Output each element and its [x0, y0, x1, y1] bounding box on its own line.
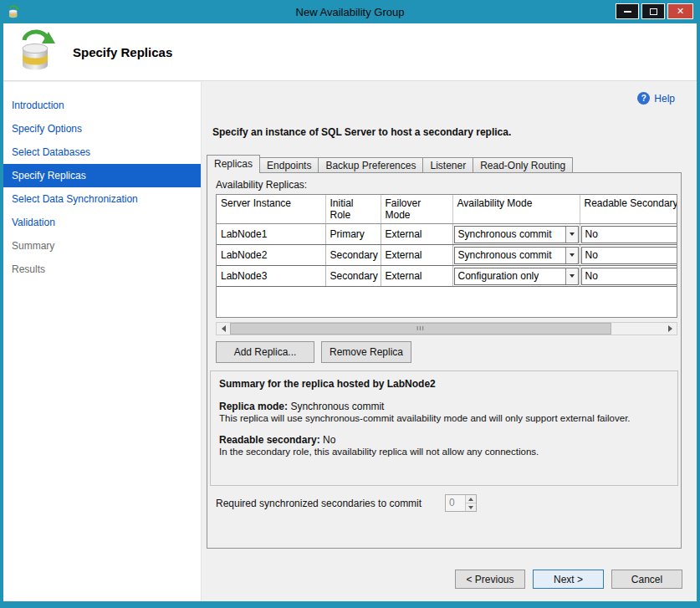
- scrollbar-track[interactable]: III: [230, 323, 663, 335]
- cell-initial-role[interactable]: Secondary: [325, 245, 381, 266]
- sidebar-item-select-data-synchronization[interactable]: Select Data Synchronization: [3, 187, 201, 211]
- close-icon: ✕: [677, 6, 684, 17]
- scrollbar-grip-icon: III: [416, 325, 425, 332]
- scroll-left-icon[interactable]: [217, 323, 230, 335]
- sidebar-item-results: Results: [3, 258, 201, 281]
- cell-failover-mode[interactable]: External: [381, 245, 452, 266]
- previous-button[interactable]: < Previous: [455, 570, 525, 589]
- next-button[interactable]: Next >: [533, 570, 604, 589]
- spinner-value: 0: [446, 495, 465, 511]
- instruction-text: Specify an instance of SQL Server to hos…: [212, 126, 511, 138]
- availability-replicas-grid: Server Instance Initial Role Failover Mo…: [216, 194, 677, 318]
- table-row: LabNode3 Secondary External Configuratio…: [217, 266, 677, 287]
- minimize-button[interactable]: [616, 3, 639, 19]
- column-header-server-instance[interactable]: Server Instance: [217, 195, 325, 224]
- cell-server-instance[interactable]: LabNode1: [217, 224, 325, 245]
- spinner-down-icon[interactable]: [466, 503, 476, 511]
- required-secondaries-label: Required synchronized secondaries to com…: [216, 498, 422, 509]
- table-row: LabNode1 Primary External Synchronous co…: [217, 224, 677, 245]
- sidebar-item-select-databases[interactable]: Select Databases: [3, 141, 201, 164]
- window-title: New Availability Group: [0, 6, 700, 18]
- availability-mode-dropdown[interactable]: Synchronous commit: [454, 226, 579, 243]
- add-replica-button[interactable]: Add Replica...: [216, 341, 314, 363]
- required-secondaries-spinner[interactable]: 0: [445, 494, 477, 512]
- sidebar-item-specify-replicas[interactable]: Specify Replicas: [3, 164, 201, 187]
- availability-replicas-label: Availability Replicas:: [216, 179, 307, 191]
- cell-initial-role[interactable]: Primary: [325, 224, 381, 245]
- tab-listener[interactable]: Listener: [422, 157, 473, 173]
- tab-replicas[interactable]: Replicas: [207, 155, 260, 173]
- column-header-failover-mode[interactable]: Failover Mode: [381, 195, 452, 224]
- chevron-down-icon[interactable]: [565, 248, 578, 263]
- replicas-tab-pane: Availability Replicas: Server Instance I…: [207, 172, 682, 549]
- readable-secondary-dropdown[interactable]: No: [581, 226, 678, 243]
- help-link[interactable]: ? Help: [637, 92, 675, 105]
- main-panel: ? Help Specify an instance of SQL Server…: [202, 82, 697, 601]
- chevron-down-icon[interactable]: [565, 227, 578, 243]
- availability-mode-dropdown[interactable]: Synchronous commit: [454, 247, 579, 264]
- window-body: Specify Replicas Introduction Specify Op…: [3, 23, 697, 601]
- tab-endpoints[interactable]: Endpoints: [259, 157, 319, 173]
- cell-server-instance[interactable]: LabNode2: [217, 245, 325, 266]
- window-controls: ✕: [616, 3, 693, 19]
- availability-group-icon: [7, 5, 20, 18]
- cell-initial-role[interactable]: Secondary: [325, 266, 381, 287]
- remove-replica-button[interactable]: Remove Replica: [321, 341, 411, 363]
- replica-mode-description: This replica will use synchronous-commit…: [219, 413, 669, 423]
- sidebar-item-summary: Summary: [3, 234, 201, 258]
- column-header-availability-mode[interactable]: Availability Mode: [452, 195, 580, 224]
- help-label: Help: [654, 93, 675, 105]
- readable-secondary-dropdown[interactable]: No: [581, 268, 678, 285]
- readable-secondary-line: Readable secondary: No: [219, 434, 669, 446]
- table-row: LabNode2 Secondary External Synchronous …: [217, 245, 677, 266]
- sidebar-item-validation[interactable]: Validation: [3, 211, 201, 234]
- wizard-steps-sidebar: Introduction Specify Options Select Data…: [3, 82, 202, 601]
- scroll-right-icon[interactable]: [663, 323, 677, 335]
- availability-mode-dropdown[interactable]: Configuration only: [454, 268, 579, 285]
- chevron-down-icon[interactable]: [565, 268, 578, 284]
- column-header-initial-role[interactable]: Initial Role: [325, 195, 381, 224]
- availability-group-icon-svg: [7, 5, 20, 18]
- maximize-icon: [650, 8, 657, 15]
- grid-header-row: Server Instance Initial Role Failover Mo…: [217, 195, 677, 224]
- readable-secondary-description: In the secondary role, this availability…: [219, 447, 669, 457]
- maximize-button[interactable]: [641, 3, 665, 19]
- tab-strip: Replicas Endpoints Backup Preferences Li…: [207, 155, 573, 173]
- cell-failover-mode[interactable]: External: [381, 266, 452, 287]
- wizard-header: Specify Replicas: [3, 23, 697, 81]
- summary-title: Summary for the replica hosted by LabNod…: [219, 378, 669, 390]
- replicas-database-icon: [16, 28, 56, 75]
- wizard-content: Introduction Specify Options Select Data…: [3, 82, 697, 601]
- scrollbar-thumb[interactable]: III: [230, 323, 611, 335]
- sidebar-item-introduction[interactable]: Introduction: [3, 94, 201, 117]
- cell-failover-mode[interactable]: External: [381, 224, 452, 245]
- horizontal-scrollbar[interactable]: III: [216, 322, 677, 335]
- replica-summary-panel: Summary for the replica hosted by LabNod…: [210, 370, 678, 486]
- sidebar-item-specify-options[interactable]: Specify Options: [3, 117, 201, 141]
- cell-server-instance[interactable]: LabNode3: [217, 266, 325, 287]
- tab-backup-preferences[interactable]: Backup Preferences: [318, 157, 423, 173]
- spinner-buttons: [465, 495, 476, 511]
- new-availability-group-window: New Availability Group ✕: [0, 0, 700, 608]
- readable-secondary-dropdown[interactable]: No: [581, 247, 678, 264]
- cancel-button[interactable]: Cancel: [611, 570, 682, 589]
- close-button[interactable]: ✕: [667, 3, 693, 19]
- replica-mode-line: Replica mode: Synchronous commit: [219, 401, 669, 412]
- tab-read-only-routing[interactable]: Read-Only Routing: [473, 157, 573, 173]
- help-icon: ?: [637, 92, 650, 105]
- column-header-readable-secondary[interactable]: Readable Secondary: [580, 195, 677, 224]
- page-title: Specify Replicas: [73, 45, 172, 59]
- titlebar[interactable]: New Availability Group ✕: [0, 0, 700, 23]
- minimize-icon: [624, 11, 631, 13]
- spinner-up-icon[interactable]: [466, 495, 476, 503]
